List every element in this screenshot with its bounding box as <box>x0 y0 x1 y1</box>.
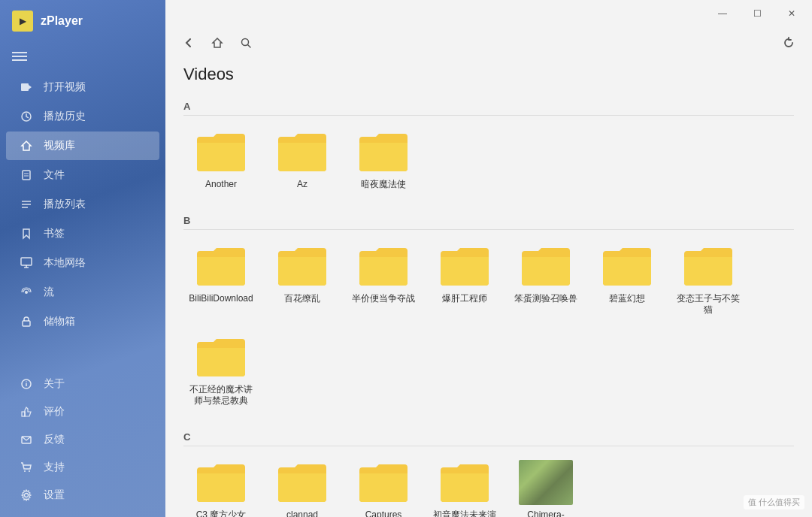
svg-point-14 <box>25 291 28 294</box>
sidebar-label-storage: 储物箱 <box>44 315 75 328</box>
folder-icon <box>356 460 411 505</box>
folder-item-magic-instructor[interactable]: 不正经的魔术讲师与禁忌教典 <box>183 330 259 412</box>
menu-hamburger-button[interactable] <box>0 44 165 69</box>
home-button[interactable] <box>206 32 229 54</box>
folder-icon <box>275 460 329 505</box>
info-icon <box>20 377 33 391</box>
section-header-a: A <box>183 96 794 116</box>
sidebar-item-open-video[interactable]: 打开视频 <box>6 73 159 101</box>
sidebar-item-library[interactable]: 视频库 <box>6 132 159 160</box>
folder-item-hatsune[interactable]: 初音魔法未来演唱会 <box>427 455 502 517</box>
folder-name: Chimera- <box>527 509 564 517</box>
folder-name: C3 魔方少女 <box>196 509 247 517</box>
folder-item-clannad[interactable]: clannad <box>265 455 340 517</box>
sidebar-label-open-video: 打开视频 <box>44 80 86 94</box>
close-button[interactable]: ✕ <box>774 0 809 27</box>
folder-item-c3[interactable]: C3 魔方少女 <box>183 455 259 517</box>
minimize-button[interactable]: — <box>705 0 740 27</box>
search-button[interactable] <box>235 32 257 54</box>
stream-icon <box>20 286 33 299</box>
folder-item-dark-magic[interactable]: 暗夜魔法使 <box>346 125 421 195</box>
sidebar-item-storage[interactable]: 储物箱 <box>6 307 159 336</box>
folder-name: Az <box>297 179 308 191</box>
svg-marker-10 <box>23 229 29 238</box>
sidebar-label-about: 关于 <box>44 377 65 391</box>
watermark: 值 什么值得买 <box>744 495 804 509</box>
folder-item-bilibili[interactable]: BiliBiliDownload <box>183 239 259 321</box>
sidebar-item-stream[interactable]: 流 <box>6 278 159 307</box>
folder-item-baka-test[interactable]: 笨蛋测验召唤兽 <box>508 239 583 321</box>
folder-icon <box>681 243 735 289</box>
folder-item-captures[interactable]: Captures <box>346 455 421 517</box>
sidebar-item-files[interactable]: 文件 <box>6 161 159 189</box>
gear-icon <box>20 488 33 502</box>
folder-name: clannad <box>286 509 318 517</box>
sidebar-item-bookmarks[interactable]: 书签 <box>6 219 159 248</box>
folder-name: 初音魔法未来演唱会 <box>430 509 499 517</box>
maximize-button[interactable]: ☐ <box>740 0 774 27</box>
sidebar-header: ▶ zPlayer <box>0 0 165 42</box>
folder-name: 变态王子与不笑猫 <box>674 293 743 316</box>
svg-rect-19 <box>22 412 25 416</box>
folder-icon <box>600 243 654 289</box>
sidebar-label-feedback: 反馈 <box>44 433 65 446</box>
svg-line-26 <box>248 45 251 48</box>
back-button[interactable] <box>177 32 200 54</box>
folder-name: 暗夜魔法使 <box>361 179 406 191</box>
folder-name: Another <box>205 179 237 191</box>
folder-thumbnail <box>519 460 573 505</box>
folder-item-az[interactable]: Az <box>265 125 340 195</box>
sidebar-item-feedback[interactable]: 反馈 <box>6 426 159 453</box>
folder-name: BiliBiliDownload <box>189 293 253 305</box>
folder-icon <box>438 243 492 289</box>
folder-icon <box>194 460 248 505</box>
mail-icon <box>20 433 33 446</box>
folder-item-halfprice[interactable]: 半价便当争夺战 <box>346 239 421 321</box>
folder-item-chimera[interactable]: Chimera- <box>508 455 583 517</box>
home-icon <box>20 139 33 153</box>
folder-icon <box>519 243 573 289</box>
folder-item-another[interactable]: Another <box>183 125 259 195</box>
svg-marker-1 <box>29 85 32 89</box>
folder-item-granblue[interactable]: 碧蓝幻想 <box>589 239 665 321</box>
folder-icon <box>194 243 248 289</box>
svg-rect-15 <box>23 321 30 326</box>
folder-icon <box>356 129 411 174</box>
cart-icon <box>20 461 33 474</box>
sidebar-item-support[interactable]: 支持 <box>6 454 159 481</box>
refresh-button[interactable] <box>777 32 800 54</box>
sidebar-item-about[interactable]: 关于 <box>6 370 159 398</box>
sidebar-item-rate[interactable]: 评价 <box>6 398 159 425</box>
thumbsup-icon <box>20 405 33 419</box>
svg-marker-3 <box>22 141 31 150</box>
sidebar-bottom: 关于 评价 反馈 <box>0 370 165 517</box>
sidebar-label-library: 视频库 <box>44 139 75 153</box>
sidebar: ▶ zPlayer 打开视频 播放历史 <box>0 0 165 517</box>
sidebar-label-network: 本地网络 <box>44 256 86 270</box>
folder-grid-c: C3 魔方少女 clannad Captures 初音魔法未来演唱会 <box>183 455 794 517</box>
svg-rect-0 <box>21 83 29 91</box>
folder-item-hentai-prince[interactable]: 变态王子与不笑猫 <box>671 239 746 321</box>
sidebar-label-history: 播放历史 <box>44 110 86 123</box>
folder-name: 爆肝工程师 <box>442 293 487 305</box>
network-icon <box>20 256 33 270</box>
folder-item-liver-engineer[interactable]: 爆肝工程师 <box>427 239 502 321</box>
files-icon <box>20 168 33 182</box>
app-title: zPlayer <box>41 14 83 28</box>
sidebar-item-network[interactable]: 本地网络 <box>6 249 159 277</box>
sidebar-label-bookmarks: 书签 <box>44 227 65 240</box>
sidebar-label-rate: 评价 <box>44 405 65 419</box>
sidebar-label-stream: 流 <box>44 286 54 299</box>
svg-rect-4 <box>23 171 30 180</box>
svg-marker-24 <box>213 38 222 47</box>
folder-item-blooming[interactable]: 百花缭乱 <box>265 239 340 321</box>
sidebar-item-history[interactable]: 播放历史 <box>6 102 159 131</box>
history-icon <box>20 110 33 123</box>
app-logo: ▶ <box>12 11 33 32</box>
sidebar-nav: 打开视频 播放历史 视频库 <box>0 72 165 370</box>
folder-grid-a: Another Az 暗夜魔法使 <box>183 125 794 195</box>
content-area: Videos A Another <box>165 59 812 517</box>
sidebar-item-settings[interactable]: 设置 <box>6 482 159 509</box>
video-icon <box>20 80 33 94</box>
sidebar-item-playlist[interactable]: 播放列表 <box>6 190 159 219</box>
